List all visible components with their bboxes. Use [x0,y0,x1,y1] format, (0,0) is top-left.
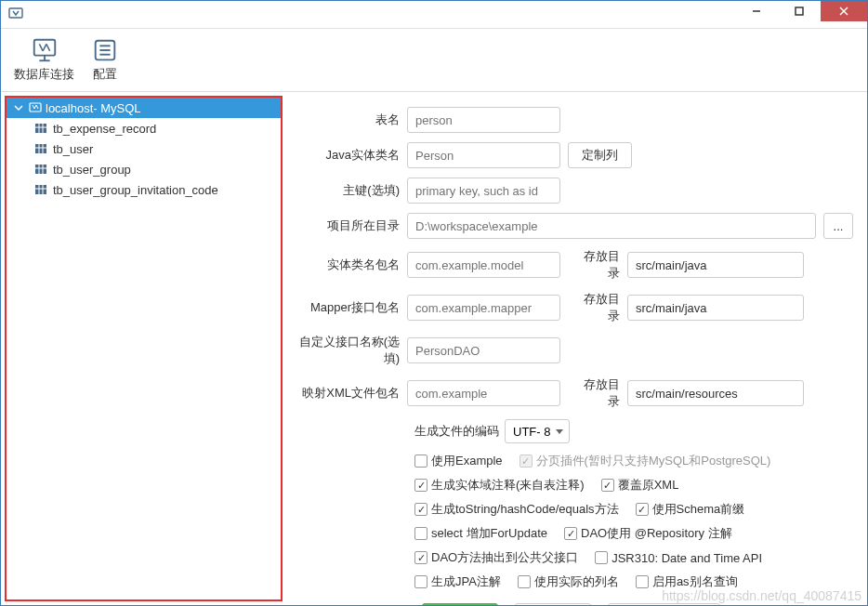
chk-real-col[interactable]: 使用实际的列名 [518,573,619,590]
input-custom-iface[interactable] [407,337,560,363]
input-project-dir[interactable] [407,213,816,239]
tree-table-node[interactable]: tb_user_group [7,159,281,179]
chk-dao-parent[interactable]: DAO方法抽出到公共父接口 [414,549,578,566]
tree-root-label: localhost- MySQL [46,101,141,115]
label-entity-name: Java实体类名 [296,147,407,164]
label-entity-pkg: 实体类名包名 [296,257,407,273]
maximize-button[interactable] [778,1,821,21]
check-row-3: 生成toString/hashCode/equals方法 使用Schema前缀 [414,501,858,518]
chk-as-alias-label: 启用as别名查询 [652,573,738,590]
row-mapper-pkg: Mapper接口包名 存放目录 [296,291,858,324]
db-icon [29,101,42,114]
check-row-4: select 增加ForUpdate DAO使用 @Repository 注解 [414,525,858,542]
content-area: localhost- MySQL tb_expense_record tb_us… [1,92,867,605]
row-xml-pkg: 映射XML文件包名 存放目录 [296,376,858,410]
tree-node-label: tb_user_group_invitation_code [53,183,218,197]
app-window: 数据库连接 配置 localhost- MySQL tb_expense_rec… [0,0,868,606]
chk-schema-prefix-label: 使用Schema前缀 [652,501,745,518]
svg-rect-21 [35,165,46,174]
tree-table-node[interactable]: tb_user [7,138,281,159]
svg-rect-25 [35,185,46,194]
chk-for-update-label: select 增加ForUpdate [431,525,547,542]
check-row-2: 生成实体域注释(来自表注释) 覆盖原XML [414,477,858,494]
label-save-dir-3: 存放目录 [573,376,627,410]
chk-entity-comment[interactable]: 生成实体域注释(来自表注释) [414,477,585,494]
chk-use-example-label: 使用Example [431,453,503,469]
row-entity-pkg: 实体类名包名 存放目录 [296,248,858,282]
table-icon [34,142,47,155]
window-controls [735,1,867,28]
input-entity-dir[interactable] [627,252,804,278]
check-row-5: DAO方法抽出到公共父接口 JSR310: Date and Time API [414,549,858,566]
input-table-name[interactable] [407,107,560,133]
svg-rect-13 [35,124,46,133]
chk-jsr310-label: JSR310: Date and Time API [612,551,762,565]
check-row-6: 生成JPA注解 使用实际的列名 启用as别名查询 [414,573,858,590]
toolbar: 数据库连接 配置 [1,29,867,92]
svg-rect-0 [9,8,22,18]
svg-rect-17 [35,144,46,153]
form-panel: 表名 Java实体类名 定制列 主键(选填) 项目所在目录 ... 实体类名包名 [286,92,867,605]
minimize-button[interactable] [735,1,778,21]
config-label: 配置 [93,66,117,83]
tree-node-label: tb_expense_record [53,122,156,136]
db-tree: localhost- MySQL tb_expense_record tb_us… [7,98,281,200]
db-tree-sidebar: localhost- MySQL tb_expense_record tb_us… [5,96,283,601]
db-connect-button[interactable]: 数据库连接 [14,36,74,91]
chk-real-col-label: 使用实际的列名 [534,573,619,590]
tree-root-node[interactable]: localhost- MySQL [7,98,281,118]
input-mapper-dir[interactable] [627,295,804,321]
chk-dao-repo[interactable]: DAO使用 @Repository 注解 [564,525,732,542]
check-row-1: 使用Example 分页插件(暂时只支持MySQL和PostgreSQL) [414,453,858,469]
label-xml-pkg: 映射XML文件包名 [296,385,407,402]
close-button[interactable] [821,1,867,21]
open-folder-button[interactable]: 打开生成文件夹 [608,603,720,605]
input-entity-name[interactable] [407,142,560,168]
row-table-name: 表名 [296,107,858,133]
input-mapper-pkg[interactable] [407,295,560,321]
label-pk: 主键(选填) [296,182,407,199]
chk-tostring[interactable]: 生成toString/hashCode/equals方法 [414,501,619,518]
chk-use-example[interactable]: 使用Example [414,453,503,469]
label-save-dir-2: 存放目录 [573,291,627,324]
chk-jsr310[interactable]: JSR310: Date and Time API [595,551,762,565]
db-connect-label: 数据库连接 [14,66,74,83]
custom-column-button[interactable]: 定制列 [568,142,632,168]
input-pk[interactable] [407,178,560,204]
chk-as-alias[interactable]: 启用as别名查询 [636,573,738,590]
chk-override-xml-label: 覆盖原XML [618,477,679,494]
config-icon [91,36,119,64]
row-custom-iface: 自定义接口名称(选填) [296,334,858,367]
chk-jpa[interactable]: 生成JPA注解 [414,573,501,590]
db-connect-icon [31,36,59,64]
tree-table-node[interactable]: tb_user_group_invitation_code [7,179,281,200]
input-entity-pkg[interactable] [407,252,560,278]
button-row: 代码生成 保存配置 打开生成文件夹 [414,603,858,605]
input-xml-dir[interactable] [627,380,804,406]
config-button[interactable]: 配置 [91,36,119,91]
row-pk: 主键(选填) [296,178,858,204]
input-xml-pkg[interactable] [407,380,560,406]
chk-override-xml[interactable]: 覆盖原XML [601,477,679,494]
table-icon [34,122,47,135]
browse-button[interactable]: ... [823,213,853,239]
save-config-button[interactable]: 保存配置 [515,603,591,605]
encoding-value: UTF- 8 [513,425,550,439]
label-custom-iface: 自定义接口名称(选填) [296,334,407,367]
label-save-dir-1: 存放目录 [573,248,627,282]
chk-dao-parent-label: DAO方法抽出到公共父接口 [431,549,578,566]
table-icon [34,163,47,176]
row-encoding: 生成文件的编码 UTF- 8 [414,419,858,443]
table-icon [34,183,47,196]
label-project-dir: 项目所在目录 [296,217,407,234]
generate-button[interactable]: 代码生成 [422,603,498,605]
encoding-combo[interactable]: UTF- 8 [505,419,570,443]
chk-for-update[interactable]: select 增加ForUpdate [414,525,547,542]
chk-tostring-label: 生成toString/hashCode/equals方法 [431,501,619,518]
app-icon [8,6,23,23]
titlebar [1,1,867,29]
row-project-dir: 项目所在目录 ... [296,213,858,239]
chk-schema-prefix[interactable]: 使用Schema前缀 [636,501,745,518]
chk-entity-comment-label: 生成实体域注释(来自表注释) [431,477,585,494]
tree-table-node[interactable]: tb_expense_record [7,118,281,138]
